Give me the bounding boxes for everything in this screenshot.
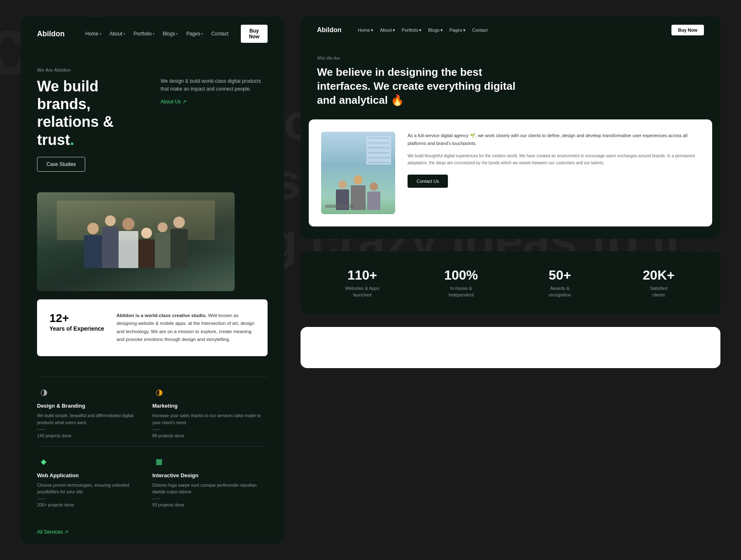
agency-emoji: 🌱 [470,133,475,138]
window-element [366,136,391,165]
who-we-are-label: Who We Are [317,56,704,61]
right-buy-now-button[interactable]: Buy Now [671,25,704,35]
agency-image-bg [321,132,395,214]
white-inner-card: As a full-service digital agency 🌱, we w… [309,119,712,226]
left-nav-portfolio[interactable]: Portfolio ▾ [133,31,154,37]
right-blogs-chevron: ▾ [440,28,443,33]
service-title-2: Marketing [152,403,261,409]
left-nav-links: Home ▾ About ▾ Portfolio ▾ Blogs ▾ Pages… [85,31,228,37]
left-nav-about[interactable]: About ▾ [110,31,125,37]
service-divider-3 [37,499,45,499]
hero-description: We design & build world-class digital pr… [161,77,268,93]
stat-number-3: 50+ [515,268,605,283]
right-hero-section: Who We Are We believe in designing the b… [301,44,720,119]
right-home-chevron: ▾ [371,28,373,33]
left-nav-contact[interactable]: Contact [211,31,228,37]
webapp-icon: ◆ [37,455,50,468]
right-nav-portfolio[interactable]: Portfolio ▾ [402,28,422,33]
service-desc-1: We build simple, beautiful and different… [37,412,146,426]
left-hero-headline-row: We build brands,relations & trust. Case … [37,77,268,172]
portfolio-chevron: ▾ [153,32,154,36]
right-nav-about[interactable]: About ▾ [380,28,395,33]
right-portfolio-chevron: ▾ [419,28,422,33]
case-studies-button[interactable]: Case Studies [37,157,85,172]
contact-us-button[interactable]: Contact Us [408,175,448,188]
stats-card: 110+ Websites & Appslaunched 100% In-hou… [301,251,720,315]
interactive-icon: ▦ [152,455,165,468]
service-desc-2: Increase your sales thanks to our servic… [152,412,261,426]
service-interactive: ▦ Interactive Design Dolores fuga saepe … [152,446,268,516]
all-services-link[interactable]: All Services ↗ [37,529,68,535]
years-label: Years of Experience [49,325,104,332]
service-title-3: Web Application [37,472,146,478]
person-1 [84,223,102,268]
right-nav-blogs[interactable]: Blogs ▾ [428,28,443,33]
agency-desc-sub: We build thoughtful digital experiences … [408,152,700,166]
service-marketing: ◑ Marketing Increase your sales thanks t… [152,377,268,446]
desk-element [325,205,354,208]
stat-number-4: 20K+ [613,268,704,283]
stat-awards: 50+ Awards &recognition [515,268,605,298]
stat-inhouse: 100% In-house &Independent [416,268,506,298]
right-about-chevron: ▾ [393,28,395,33]
stat-label-2: In-house &Independent [416,285,506,298]
about-chevron: ▾ [124,32,125,36]
service-projects-3: 200+ projects done [37,502,146,507]
bottom-white-strip [301,327,720,368]
home-chevron: ▾ [100,32,101,36]
left-buy-now-button[interactable]: Buy Now [241,25,268,43]
service-divider-4 [152,499,161,499]
people-group [84,215,188,268]
person-5 [155,222,170,268]
pages-chevron: ▾ [201,32,203,36]
right-nav-pages[interactable]: Pages ▾ [450,28,466,33]
right-nav-links: Home ▾ About ▾ Portfolio ▾ Blogs ▾ Pages… [358,28,663,33]
page-wrapper: Abildon Home ▾ About ▾ Portfolio ▾ Blogs… [0,0,741,560]
we-are-label: We Are Abildon [37,68,268,72]
stat-number-2: 100% [416,268,506,283]
agency-content: As a full-service digital agency 🌱, we w… [408,132,700,214]
service-projects-4: 93 projects done [152,502,261,507]
service-desc-4: Dolores fuga saepe sunt cumque perferend… [152,482,261,496]
service-projects-2: 89 projects done [152,433,261,438]
service-title-1: Design & Branding [37,403,146,409]
marketing-icon: ◑ [152,385,165,399]
right-card-dark: Abildon Home ▾ About ▾ Portfolio ▾ Blogs… [301,16,720,239]
left-nav-blogs[interactable]: Blogs ▾ [163,31,178,37]
left-logo[interactable]: Abildon [37,30,65,38]
right-nav-contact[interactable]: Contact [472,28,488,33]
service-title-4: Interactive Design [152,472,261,478]
services-grid: ◑ Design & Branding We build simple, bea… [21,369,284,524]
team-image-bg [37,192,235,291]
about-us-link[interactable]: About Us ↗ [161,99,268,105]
left-nav-home[interactable]: Home ▾ [85,31,101,37]
experience-years: 12+ Years of Experience [49,312,104,344]
stat-label-3: Awards &recognition [515,285,605,298]
blogs-chevron: ▾ [176,32,178,36]
right-side: Abildon Home ▾ About ▾ Portfolio ▾ Blogs… [301,16,720,544]
right-pages-chevron: ▾ [463,28,466,33]
service-divider-2 [152,429,161,430]
service-design-branding: ◑ Design & Branding We build simple, bea… [37,377,152,446]
left-hero-desc: We design & build world-class digital pr… [161,77,268,172]
experience-description: Abildon is a world-class creative studio… [117,312,255,344]
left-hero-section: We Are Abildon We build brands,relations… [21,51,284,184]
agency-desc-main: As a full-service digital agency 🌱, we w… [408,132,700,147]
right-headline: We believe in designing the best interfa… [317,65,523,107]
design-icon: ◑ [37,385,50,399]
service-divider-1 [37,429,45,430]
team-image [37,192,235,291]
stat-websites: 110+ Websites & Appslaunched [317,268,408,298]
left-card: Abildon Home ▾ About ▾ Portfolio ▾ Blogs… [21,16,284,544]
person-2 [102,215,119,268]
left-nav-pages[interactable]: Pages ▾ [186,31,203,37]
right-logo[interactable]: Abildon [317,26,342,34]
person-3 [119,218,138,268]
right-nav-home[interactable]: Home ▾ [358,28,373,33]
service-desc-3: Choose proven technologies, ensuring unl… [37,482,146,496]
person-4 [138,228,155,268]
right-navbar: Abildon Home ▾ About ▾ Portfolio ▾ Blogs… [301,16,720,44]
stat-clients: 20K+ Satisfiedclients [613,268,704,298]
stat-label-4: Satisfiedclients [613,285,704,298]
all-services-section: All Services ↗ [21,524,85,544]
